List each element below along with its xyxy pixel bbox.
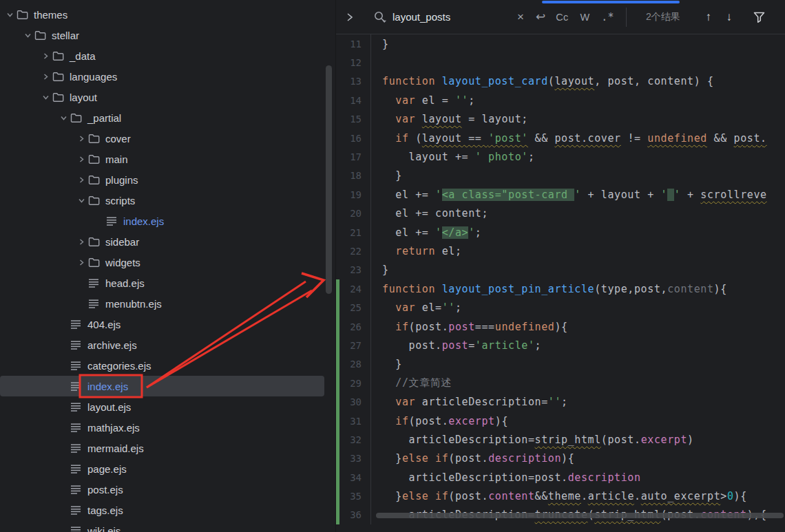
tree-item-plugins[interactable]: plugins — [0, 169, 335, 190]
next-match-button[interactable]: ↓ — [719, 7, 740, 28]
tree-item-404-ejs[interactable]: 404.ejs — [0, 314, 335, 334]
tree-item-layout-ejs[interactable]: layout.ejs — [0, 396, 335, 417]
tree-item--data[interactable]: _data — [0, 45, 335, 66]
tree-item-languages[interactable]: languages — [0, 66, 335, 87]
tree-expand-toggle[interactable] — [74, 135, 88, 142]
tree-item-mathjax-ejs[interactable]: mathjax.ejs — [0, 417, 335, 438]
code-line-17[interactable]: 17 layout += ' photo'; — [336, 147, 785, 166]
code-line-27[interactable]: 27 post.post='article'; — [336, 336, 785, 354]
tree-item-categories-ejs[interactable]: categories.ejs — [0, 355, 335, 376]
tree-expand-toggle[interactable] — [21, 32, 34, 39]
code-line-34[interactable]: 34 articleDescription=post.description — [336, 468, 785, 487]
search-icon[interactable] — [373, 10, 387, 23]
tree-item-label: 404.ejs — [87, 319, 121, 330]
tree-indent — [56, 469, 70, 469]
code-line-14[interactable]: 14 var el = ''; — [336, 91, 785, 109]
code-line-20[interactable]: 20 el += content; — [336, 204, 785, 223]
expand-search-button[interactable] — [336, 7, 364, 28]
tree-item-label: categories.ejs — [87, 360, 151, 372]
tree-item-archive-ejs[interactable]: archive.ejs — [0, 334, 335, 355]
tree-indent — [74, 304, 88, 304]
code-line-13[interactable]: 13function layout_post_card(layout, post… — [336, 72, 785, 91]
tree-item-widgets[interactable]: widgets — [0, 252, 335, 273]
code-line-18[interactable]: 18 } — [336, 167, 785, 185]
tree-item-menubtn-ejs[interactable]: menubtn.ejs — [0, 293, 335, 314]
tree-item-main[interactable]: main — [0, 149, 335, 169]
file-icon — [70, 381, 81, 392]
tree-item-scripts[interactable]: scripts — [0, 190, 335, 211]
newline-icon-button[interactable]: ↩ — [530, 7, 551, 28]
tree-expand-toggle[interactable] — [56, 114, 70, 122]
code-line-22[interactable]: 22 return el; — [336, 242, 785, 260]
tree-item-themes[interactable]: themes — [0, 4, 335, 25]
tree-item-index-ejs[interactable]: index.ejs — [0, 376, 324, 396]
code-line-29[interactable]: 29 //文章简述 — [336, 374, 785, 392]
tree-item-post-ejs[interactable]: post.ejs — [0, 479, 335, 500]
tree-item-wiki-ejs[interactable]: wiki.ejs — [0, 520, 335, 532]
code-line-15[interactable]: 15 var layout = layout; — [336, 110, 785, 129]
tree-expand-toggle[interactable] — [39, 94, 52, 101]
code-line-28[interactable]: 28 } — [336, 355, 785, 374]
code-line-33[interactable]: 33 }else if(post.description){ — [336, 449, 785, 468]
code-line-12[interactable]: 12 — [336, 53, 785, 72]
tree-item-label: plugins — [105, 174, 138, 186]
tree-item-label: archive.ejs — [87, 339, 137, 351]
tree-expand-toggle[interactable] — [74, 259, 88, 266]
search-input[interactable] — [392, 11, 511, 23]
tree-expand-toggle[interactable] — [39, 52, 52, 60]
code-line-30[interactable]: 30 var articleDescription=''; — [336, 392, 785, 411]
code-line-19[interactable]: 19 el += '<a class="post-card ' + layout… — [336, 185, 785, 204]
code-line-35[interactable]: 35 }else if(post.content&&theme.article.… — [336, 487, 785, 505]
line-number: 35 — [339, 487, 371, 505]
regex-toggle[interactable]: .* — [596, 7, 619, 28]
match-case-toggle[interactable]: Cc — [551, 7, 574, 28]
tree-indent — [0, 180, 74, 180]
line-number: 22 — [339, 242, 371, 260]
tree-item-mermaid-ejs[interactable]: mermaid.ejs — [0, 438, 335, 458]
code-line-25[interactable]: 25 var el=''; — [336, 298, 785, 317]
code-text: } — [371, 358, 402, 370]
folder-icon — [34, 30, 46, 41]
chevron-down-icon — [60, 114, 67, 122]
tree-indent — [56, 489, 70, 490]
folder-icon-holder — [70, 113, 83, 123]
code-line-16[interactable]: 16 if (layout == 'post' && post.cover !=… — [336, 129, 785, 147]
filter-icon-button[interactable] — [748, 7, 771, 28]
file-icon — [70, 505, 81, 515]
tree-item-layout[interactable]: layout — [0, 87, 335, 107]
tree-expand-toggle[interactable] — [74, 238, 88, 246]
folder-icon — [70, 113, 82, 123]
tree-expand-toggle[interactable] — [39, 73, 52, 81]
tree-item-sidebar[interactable]: sidebar — [0, 231, 335, 252]
tree-item-cover[interactable]: cover — [0, 128, 335, 149]
folder-icon-holder — [52, 51, 65, 61]
tree-expand-toggle[interactable] — [74, 197, 88, 204]
horizontal-scrollbar[interactable] — [376, 513, 784, 518]
file-icon-holder — [70, 505, 83, 515]
code-text: } — [371, 38, 389, 50]
tree-item-page-ejs[interactable]: page.ejs — [0, 458, 335, 479]
clear-search-button[interactable]: × — [511, 7, 530, 28]
tree-expand-toggle[interactable] — [3, 11, 17, 19]
code-line-24[interactable]: 24function layout_post_pin_article(type,… — [336, 279, 785, 298]
code-area[interactable]: 11}1213function layout_post_card(layout,… — [336, 34, 785, 532]
prev-match-button[interactable]: ↑ — [698, 7, 719, 28]
code-text: } — [371, 264, 389, 276]
code-line-26[interactable]: 26 if(post.post===undefined){ — [336, 317, 785, 336]
tree-expand-toggle[interactable] — [74, 156, 88, 163]
folder-icon — [52, 51, 64, 61]
code-line-32[interactable]: 32 articleDescription=strip_html(post.ex… — [336, 430, 785, 449]
tree-item--partial[interactable]: _partial — [0, 107, 335, 128]
tree-item-index-ejs[interactable]: index.ejs — [0, 211, 335, 231]
tree-scrollbar[interactable] — [326, 65, 332, 294]
tree-expand-toggle[interactable] — [74, 176, 88, 184]
code-text: layout += ' photo'; — [371, 151, 535, 163]
whole-words-toggle[interactable]: W — [574, 7, 596, 28]
tree-item-stellar[interactable]: stellar — [0, 25, 335, 45]
code-line-21[interactable]: 21 el += '</a>'; — [336, 223, 785, 242]
code-line-23[interactable]: 23} — [336, 261, 785, 279]
code-line-11[interactable]: 11} — [336, 34, 785, 53]
tree-item-tags-ejs[interactable]: tags.ejs — [0, 500, 335, 520]
tree-item-head-ejs[interactable]: head.ejs — [0, 273, 335, 293]
code-line-31[interactable]: 31 if(post.excerpt){ — [336, 412, 785, 430]
